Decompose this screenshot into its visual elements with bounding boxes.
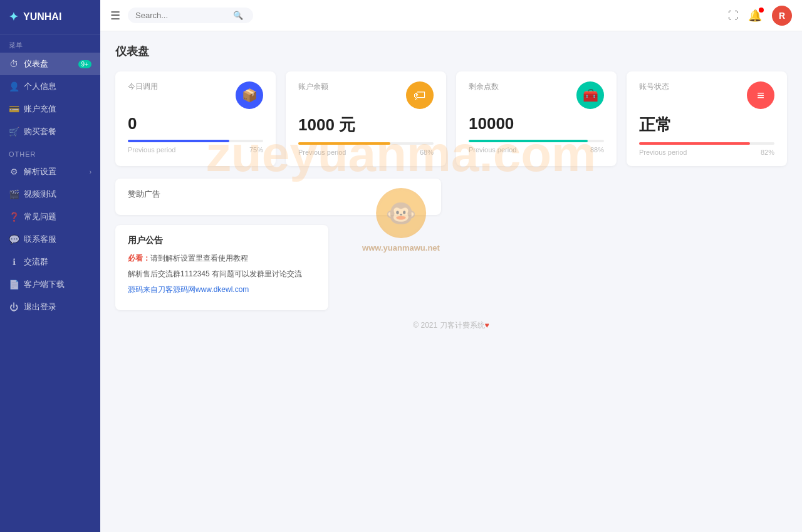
stat-card-header-0: 今日调用 📦 [128, 81, 263, 109]
topbar: ☰ 🔍 ⛶ 🔔 R [100, 0, 802, 31]
notice-card-title: 用户公告 [128, 235, 316, 246]
profile-icon: 👤 [9, 81, 19, 91]
sidebar-item-faq[interactable]: ❓ 常见问题 [0, 206, 100, 228]
stats-row: 今日调用 📦 0 Previous period 75% 账户余额 🏷 1000… [115, 71, 787, 166]
stat-card-0: 今日调用 📦 0 Previous period 75% [115, 71, 276, 166]
sidebar-label-download: 客户端下载 [24, 279, 65, 290]
content-area: 仪表盘 今日调用 📦 0 Previous period 75% 账户余额 🏷 … [100, 31, 802, 532]
stat-card-icon-3: ≡ [747, 81, 774, 109]
sidebar-label-video-test: 视频测试 [24, 189, 56, 200]
stat-period-label-3: Previous period [639, 149, 687, 156]
dashboard-badge: 9+ [78, 60, 91, 68]
stat-card-header-2: 剩余点数 🧰 [469, 81, 604, 109]
other-section-label: OTHER [0, 143, 100, 160]
sidebar-label-parse-settings: 解析设置 [24, 166, 56, 177]
stat-card-header-1: 账户余额 🏷 [298, 81, 434, 109]
logout-icon: ⏻ [9, 302, 19, 312]
sidebar-label-faq: 常见问题 [24, 211, 56, 222]
stat-card-bar-wrap-3 [639, 142, 774, 145]
menu-toggle-icon[interactable]: ☰ [110, 9, 120, 23]
stat-card-value-1: 1000 元 [298, 114, 434, 136]
ad-section: 赞助广告 [115, 179, 441, 215]
page-title: 仪表盘 [115, 44, 787, 59]
stat-card-bar-wrap-2 [469, 140, 604, 142]
notice-text-0: 请到解析设置里查看使用教程 [150, 254, 248, 263]
parse-settings-icon: ⚙ [9, 167, 19, 177]
video-test-icon: 🎬 [9, 189, 19, 199]
search-icon: 🔍 [233, 11, 243, 20]
notice-item-1: 解析售后交流群1112345 有问题可以发群里讨论交流 [128, 268, 316, 280]
stat-period-label-0: Previous period [128, 146, 175, 154]
stat-card-value-3: 正常 [639, 114, 774, 136]
topbar-right: ⛶ 🔔 R [728, 6, 792, 26]
stat-card-bar-0 [128, 140, 229, 142]
search-input[interactable] [135, 11, 229, 20]
logo-plus-icon: ✦ [9, 10, 18, 24]
arrow-icon: › [90, 169, 91, 175]
stat-period-value-0: 75% [249, 146, 263, 154]
sidebar-item-video-test[interactable]: 🎬 视频测试 [0, 183, 100, 206]
menu-section-label: 菜单 [0, 34, 100, 53]
stat-card-icon-2: 🧰 [576, 81, 604, 109]
fullscreen-button[interactable]: ⛶ [728, 10, 738, 21]
sidebar: ✦ YUNHAI 菜单 ⏱ 仪表盘 9+ 👤 个人信息 💳 账户充值 🛒 购买套… [0, 0, 100, 532]
faq-icon: ❓ [9, 212, 19, 222]
stat-card-bar-wrap-0 [128, 140, 263, 142]
sidebar-label-profile: 个人信息 [24, 81, 56, 92]
download-icon: 📄 [9, 279, 19, 289]
sidebar-item-community[interactable]: ℹ 交流群 [0, 251, 100, 273]
stat-period-value-1: 68% [420, 149, 434, 156]
stat-card-header-3: 账号状态 ≡ [639, 81, 774, 109]
notice-row: 用户公告 必看：请到解析设置里查看使用教程解析售后交流群1112345 有问题可… [115, 225, 787, 310]
stat-card-value-2: 10000 [469, 114, 604, 133]
sidebar-item-download[interactable]: 📄 客户端下载 [0, 273, 100, 296]
sidebar-item-profile[interactable]: 👤 个人信息 [0, 75, 100, 98]
sidebar-item-contact[interactable]: 💬 联系客服 [0, 228, 100, 251]
sidebar-label-dashboard: 仪表盘 [24, 58, 48, 70]
sidebar-item-logout[interactable]: ⏻ 退出登录 [0, 296, 100, 318]
notification-button[interactable]: 🔔 [748, 9, 762, 23]
buy-plan-icon: 🛒 [9, 127, 19, 137]
notice-text-1: 解析售后交流群1112345 有问题可以发群里讨论交流 [128, 269, 302, 278]
stat-card-2: 剩余点数 🧰 10000 Previous period 88% [456, 71, 617, 166]
stat-card-value-0: 0 [128, 114, 263, 133]
sidebar-label-logout: 退出登录 [24, 301, 56, 313]
notice-card: 用户公告 必看：请到解析设置里查看使用教程解析售后交流群1112345 有问题可… [115, 225, 328, 310]
notice-link-2[interactable]: 源码来自刀客源码网www.dkewl.com [128, 285, 249, 294]
user-avatar[interactable]: R [772, 6, 792, 26]
notice-item-0: 必看：请到解析设置里查看使用教程 [128, 253, 316, 264]
footer-text: © 2021 刀客计费系统 [413, 321, 484, 330]
stat-card-icon-0: 📦 [236, 81, 263, 109]
stat-card-3: 账号状态 ≡ 正常 Previous period 82% [627, 71, 787, 166]
ad-section-title: 赞助广告 [128, 189, 429, 200]
brand-name: YUNHAI [23, 11, 61, 23]
sidebar-item-parse-settings[interactable]: ⚙ 解析设置 › [0, 160, 100, 183]
stat-card-label-0: 今日调用 [128, 81, 158, 92]
sidebar-label-buy-plan: 购买套餐 [24, 126, 56, 137]
sidebar-item-buy-plan[interactable]: 🛒 购买套餐 [0, 120, 100, 143]
sidebar-label-community: 交流群 [24, 256, 48, 268]
stat-card-footer-3: Previous period 82% [639, 149, 774, 156]
stat-card-bar-1 [298, 142, 390, 145]
stat-card-footer-2: Previous period 88% [469, 146, 604, 154]
contact-icon: 💬 [9, 234, 19, 244]
stat-period-label-2: Previous period [469, 146, 516, 154]
sidebar-item-dashboard[interactable]: ⏱ 仪表盘 9+ [0, 53, 100, 75]
notice-prefix-0: 必看： [128, 254, 150, 263]
dashboard-icon: ⏱ [9, 59, 19, 69]
stat-card-label-2: 剩余点数 [469, 81, 499, 92]
stat-period-value-3: 82% [761, 149, 774, 156]
search-box: 🔍 [128, 8, 253, 23]
stat-card-footer-0: Previous period 75% [128, 146, 263, 154]
notification-dot [759, 8, 764, 13]
stat-card-footer-1: Previous period 68% [298, 149, 434, 156]
stat-period-value-2: 88% [590, 146, 604, 154]
notice-item-2: 源码来自刀客源码网www.dkewl.com [128, 284, 316, 296]
stat-card-bar-3 [639, 142, 750, 145]
sidebar-item-recharge[interactable]: 💳 账户充值 [0, 98, 100, 120]
stat-period-label-1: Previous period [298, 149, 346, 156]
notice-items: 必看：请到解析设置里查看使用教程解析售后交流群1112345 有问题可以发群里讨… [128, 253, 316, 296]
stat-card-bar-wrap-1 [298, 142, 434, 145]
footer: © 2021 刀客计费系统♥ [115, 310, 787, 336]
stat-card-bar-2 [469, 140, 588, 142]
